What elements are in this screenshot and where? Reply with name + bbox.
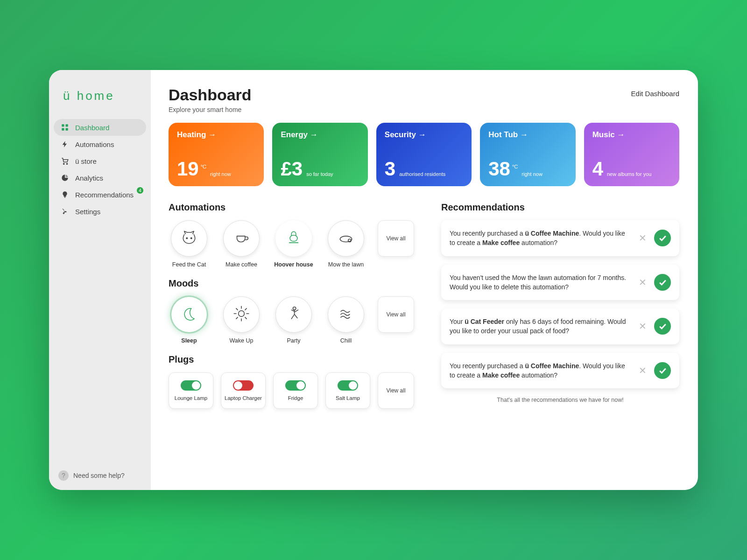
card-hottub[interactable]: Hot Tub 38 °C right now xyxy=(480,123,575,186)
mood-circle[interactable] xyxy=(171,296,207,333)
svg-point-5 xyxy=(66,163,67,164)
sidebar-item-label: Recommendations xyxy=(75,191,134,199)
bolt-icon xyxy=(60,140,70,149)
card-title: Heating xyxy=(177,130,255,140)
right-column: Recommendations You recently purchased a… xyxy=(441,199,679,409)
mood-circle[interactable] xyxy=(275,296,312,333)
automation-item-feed-the-cat: Feed the Cat xyxy=(169,220,210,268)
card-unit: °C xyxy=(201,164,206,169)
sidebar-item-analytics[interactable]: Analytics xyxy=(54,169,146,186)
dismiss-icon[interactable]: ✕ xyxy=(638,365,648,376)
accept-button[interactable] xyxy=(654,362,671,379)
wrench-icon xyxy=(60,207,70,216)
svg-rect-0 xyxy=(62,124,64,126)
content-columns: Automations Feed the CatMake coffeeHoove… xyxy=(169,199,679,409)
svg-line-18 xyxy=(236,308,238,310)
mood-label: Chill xyxy=(340,337,352,344)
card-title: Security xyxy=(385,130,463,140)
recommendation-card: You recently purchased a ü Coffee Machin… xyxy=(441,353,679,389)
card-value: 4 xyxy=(592,159,603,179)
help-label: Need some help? xyxy=(73,472,125,479)
dismiss-icon[interactable]: ✕ xyxy=(638,232,648,244)
dashboard-icon xyxy=(60,123,70,132)
automation-circle[interactable] xyxy=(223,220,260,257)
page-header: Dashboard Explore your smart home Edit D… xyxy=(169,86,679,113)
automation-circle[interactable] xyxy=(328,220,364,257)
recommendation-text: You recently purchased a ü Coffee Machin… xyxy=(450,229,631,248)
card-value: £3 xyxy=(281,159,303,179)
plug-salt-lamp[interactable]: Salt Lamp xyxy=(325,372,370,409)
recommendations-heading: Recommendations xyxy=(441,202,679,213)
automation-label: Feed the Cat xyxy=(172,261,206,268)
brand-logo: ü home xyxy=(49,84,151,117)
svg-line-20 xyxy=(236,317,238,319)
sidebar-item--store[interactable]: ü store xyxy=(54,153,146,169)
plugs-row: Lounge Lamp Laptop Charger Fridge Salt L… xyxy=(169,372,423,409)
recommendation-card: You haven't used the Mow the lawn automa… xyxy=(441,265,679,301)
sun-icon xyxy=(233,305,250,324)
card-sub: authorised residents xyxy=(399,171,445,177)
card-music[interactable]: Music 4 new albums for you xyxy=(584,123,679,186)
svg-rect-9 xyxy=(290,235,297,241)
automation-circle[interactable] xyxy=(171,220,207,257)
dance-icon xyxy=(285,305,303,324)
plug-toggle[interactable] xyxy=(338,380,358,391)
card-value: 38 xyxy=(488,159,510,179)
sidebar-item-settings[interactable]: Settings xyxy=(54,203,146,220)
card-heating[interactable]: Heating 19 °C right now xyxy=(169,123,264,186)
sidebar-item-label: Dashboard xyxy=(75,124,109,132)
vacuum-icon xyxy=(285,229,303,248)
svg-point-8 xyxy=(191,238,192,238)
accept-button[interactable] xyxy=(654,318,671,335)
plug-toggle[interactable] xyxy=(285,380,306,391)
moods-heading: Moods xyxy=(169,278,423,289)
sidebar-item-automations[interactable]: Automations xyxy=(54,136,146,153)
mood-item-wake-up: Wake Up xyxy=(221,296,262,344)
automations-row: Feed the CatMake coffeeHoover houseMow t… xyxy=(169,220,423,268)
accept-button[interactable] xyxy=(654,274,671,291)
plug-laptop-charger[interactable]: Laptop Charger xyxy=(221,372,266,409)
sidebar-item-label: Analytics xyxy=(75,174,103,182)
edit-dashboard-link[interactable]: Edit Dashboard xyxy=(631,90,679,98)
accept-button[interactable] xyxy=(654,230,671,246)
mood-view-all-button[interactable]: View all xyxy=(378,296,414,333)
sidebar-item-dashboard[interactable]: Dashboard xyxy=(54,119,146,136)
plugs-view-all-button[interactable]: View all xyxy=(378,372,414,409)
summary-cards-row: Heating 19 °C right now Energy £3 so far… xyxy=(169,123,679,186)
sidebar-item-recommendations[interactable]: Recommendations4 xyxy=(54,186,146,203)
recommendation-text: You recently purchased a ü Coffee Machin… xyxy=(450,361,631,380)
help-link[interactable]: ? Need some help? xyxy=(49,461,151,490)
plug-fridge[interactable]: Fridge xyxy=(273,372,318,409)
svg-line-21 xyxy=(245,308,247,310)
mood-label: Party xyxy=(287,337,300,344)
plug-lounge-lamp[interactable]: Lounge Lamp xyxy=(169,372,213,409)
plug-toggle[interactable] xyxy=(233,380,254,391)
plug-label: Salt Lamp xyxy=(336,395,360,401)
cat-icon xyxy=(180,229,198,248)
mood-circle[interactable] xyxy=(328,296,364,333)
pie-icon xyxy=(60,173,70,182)
dismiss-icon[interactable]: ✕ xyxy=(638,277,648,288)
recommendation-card: Your ü Cat Feeder only has 6 days of foo… xyxy=(441,308,679,344)
mood-circle[interactable] xyxy=(223,296,260,333)
card-sub: new albums for you xyxy=(607,171,651,177)
card-energy[interactable]: Energy £3 so far today xyxy=(272,123,367,186)
automation-label: Mow the lawn xyxy=(328,261,364,268)
svg-rect-6 xyxy=(64,197,66,197)
automation-item-make-coffee: Make coffee xyxy=(221,220,262,268)
help-icon: ? xyxy=(58,470,69,481)
mower-icon xyxy=(337,229,355,248)
automation-circle[interactable] xyxy=(275,220,312,257)
moods-row: SleepWake UpPartyChillView all xyxy=(169,296,423,344)
card-value: 3 xyxy=(385,159,395,179)
card-security[interactable]: Security 3 authorised residents xyxy=(376,123,472,186)
svg-point-13 xyxy=(239,311,245,317)
dismiss-icon[interactable]: ✕ xyxy=(638,321,648,332)
automation-view-all-button[interactable]: View all xyxy=(378,220,414,257)
plug-toggle[interactable] xyxy=(181,380,201,391)
plug-label: Fridge xyxy=(288,395,303,401)
recommendation-text: You haven't used the Mow the lawn automa… xyxy=(450,273,631,292)
mood-label: Sleep xyxy=(181,337,197,344)
main-content: Dashboard Explore your smart home Edit D… xyxy=(151,70,698,490)
svg-point-7 xyxy=(186,238,187,238)
